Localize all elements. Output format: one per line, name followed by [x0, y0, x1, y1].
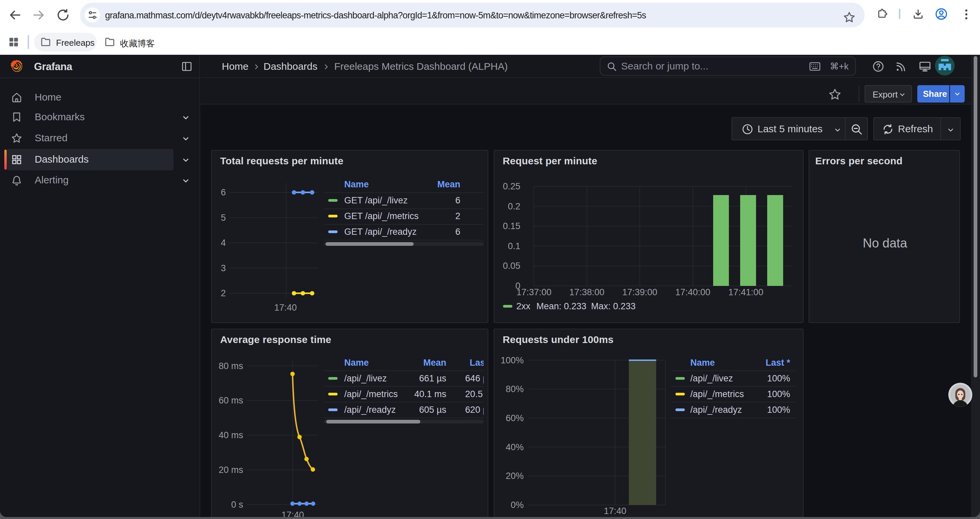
svg-text:17:40: 17:40: [274, 303, 297, 313]
svg-text:0.25: 0.25: [503, 181, 520, 192]
svg-text:60 ms: 60 ms: [218, 395, 243, 406]
svg-text:40 ms: 40 ms: [218, 430, 243, 440]
svg-text:100%: 100%: [501, 355, 524, 365]
svg-text:5: 5: [221, 213, 226, 223]
svg-text:0.05: 0.05: [503, 261, 520, 271]
svg-text:60%: 60%: [506, 413, 524, 423]
svg-text:0 s: 0 s: [231, 499, 243, 509]
svg-text:20 ms: 20 ms: [218, 465, 243, 474]
svg-text:4: 4: [221, 238, 226, 248]
svg-text:17:38:00: 17:38:00: [570, 287, 605, 297]
svg-text:0%: 0%: [511, 500, 524, 510]
svg-text:17:40: 17:40: [282, 510, 304, 517]
svg-text:2: 2: [221, 288, 226, 298]
svg-text:0.2: 0.2: [508, 201, 520, 211]
svg-text:0.15: 0.15: [503, 221, 520, 231]
svg-text:17:40: 17:40: [604, 506, 627, 516]
svg-text:80%: 80%: [506, 384, 524, 394]
svg-text:17:37:00: 17:37:00: [516, 287, 551, 297]
svg-text:40%: 40%: [506, 442, 524, 452]
svg-text:17:40:00: 17:40:00: [675, 287, 710, 297]
svg-text:17:41:00: 17:41:00: [728, 287, 763, 297]
svg-text:0.1: 0.1: [508, 241, 520, 251]
svg-text:3: 3: [221, 263, 226, 273]
svg-text:6: 6: [221, 187, 226, 197]
svg-text:17:39:00: 17:39:00: [622, 287, 657, 297]
svg-text:80 ms: 80 ms: [218, 361, 243, 371]
svg-text:20%: 20%: [506, 471, 524, 481]
